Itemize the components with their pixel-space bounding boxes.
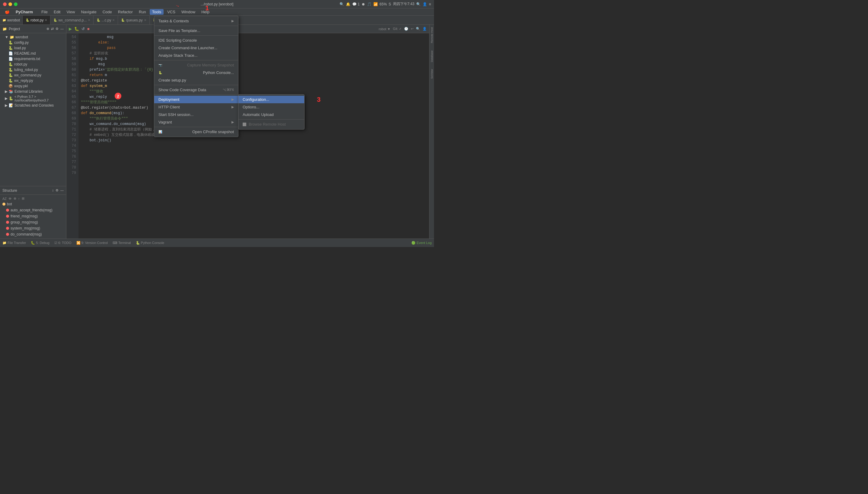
- locate-icon[interactable]: ⊕: [46, 27, 49, 31]
- expand-arrow-icon: ▶: [5, 96, 7, 100]
- vcs-status[interactable]: 🔀 9: Version Control: [76, 241, 108, 245]
- tree-item-robot[interactable]: 🐍 robot.py: [0, 62, 66, 67]
- tree-item-ext-libs[interactable]: ▶ 📚 External Libraries: [0, 89, 66, 94]
- database-label[interactable]: Database: [430, 51, 433, 62]
- rerun-button[interactable]: ↺: [81, 26, 85, 31]
- struct-item-friend-msg[interactable]: friend_msg(msg): [0, 213, 66, 219]
- robot-config[interactable]: robot ▼: [379, 27, 391, 31]
- filter-icon[interactable]: ⊕: [14, 196, 16, 201]
- collapse-icon[interactable]: ⇄: [51, 27, 54, 31]
- tools-ide-scripting[interactable]: IDE Scripting Console: [154, 37, 238, 44]
- editor-toolbar: ▶ 🐛 ↺ ■ robot ▼ Git: ✓ 🕐 ↩ 🔍 👤: [66, 25, 429, 33]
- todo-status[interactable]: ☑ 6: TODO: [54, 241, 72, 245]
- tree-item-readme[interactable]: 📄 README.md: [0, 51, 66, 56]
- tree-item-wx-reply[interactable]: 🐍 wx_reply.py: [0, 78, 66, 83]
- menu-vcs[interactable]: VCS: [165, 9, 178, 15]
- deployment-options[interactable]: Options...: [238, 103, 304, 111]
- struct-item-auto-accept[interactable]: auto_accept_friends(msg): [0, 207, 66, 213]
- editor-area: ▶ 🐛 ↺ ■ robot ▼ Git: ✓ 🕐 ↩ 🔍 👤 545556575…: [66, 25, 429, 239]
- maximize-button[interactable]: [14, 2, 18, 6]
- debug-button[interactable]: 🐛: [74, 26, 79, 31]
- debug-status[interactable]: 🐛 5: Debug: [31, 241, 50, 245]
- menu-navigate[interactable]: Navigate: [78, 9, 99, 15]
- python-console-status[interactable]: 🐍 Python Console: [136, 241, 164, 245]
- struct-item-system-msg[interactable]: system_msg(msg): [0, 225, 66, 231]
- minimize-panel-icon[interactable]: —: [60, 27, 64, 31]
- code-content[interactable]: msg else: pass # 监听好友 if msg.b msg prefi…: [78, 33, 429, 239]
- tree-item-wx-command[interactable]: 🐍 wx_command.py: [0, 73, 66, 78]
- file-tab-robot[interactable]: 🐍 robot.py ✕: [23, 16, 51, 24]
- class-indicator: [2, 203, 5, 206]
- settings-icon[interactable]: ⚙: [56, 27, 59, 31]
- sciview-label[interactable]: SciView: [430, 69, 433, 79]
- minimize-button[interactable]: [8, 2, 12, 6]
- tools-cprofile[interactable]: 📊 Open CProfile snapshot: [154, 128, 238, 136]
- tools-code-coverage[interactable]: Show Code Coverage Data ⌥⌘F6: [154, 86, 238, 94]
- txt-file-icon: 📄: [8, 57, 13, 61]
- public-icon[interactable]: 👁: [8, 197, 12, 201]
- tree-item-scratches[interactable]: ▶ 📝 Scratches and Consoles: [0, 103, 66, 108]
- apple-menu[interactable]: 🍎: [2, 9, 12, 15]
- tools-deployment[interactable]: Deployment ▶: [154, 96, 238, 103]
- tools-ssh-session[interactable]: Start SSH session...: [154, 111, 238, 118]
- menu-code[interactable]: Code: [100, 9, 114, 15]
- file-transfer-status[interactable]: 📁 File Transfer: [2, 241, 26, 245]
- md-file-icon: 📄: [8, 51, 13, 56]
- tree-item-tuling[interactable]: 🐍 tuling_robot.py: [0, 67, 66, 73]
- tools-vagrant[interactable]: Vagrant ▶: [154, 118, 238, 126]
- tools-http-client[interactable]: HTTP Client ▶: [154, 103, 238, 111]
- tools-save-template[interactable]: Save File as Template...: [154, 27, 238, 34]
- tools-python-console[interactable]: 🐍 Python Console...: [154, 69, 238, 76]
- run-button[interactable]: ▶: [69, 26, 72, 31]
- tree-item-python[interactable]: ▶ 🐍 < Python 3.7 > /usr/local/bin/python…: [0, 94, 66, 103]
- file-tab-queues[interactable]: 🐍 queues.py ✕: [118, 16, 150, 24]
- menu-help[interactable]: Help: [199, 9, 212, 15]
- menu-window[interactable]: Window: [179, 9, 198, 15]
- sort-alpha-icon[interactable]: AZ: [2, 197, 7, 201]
- file-tab-wx-command[interactable]: 🐍 wx_command.p... ✕: [51, 16, 94, 24]
- tree-item-config[interactable]: 🐍 config.py: [0, 40, 66, 45]
- separator-2: [154, 35, 238, 36]
- struct-item-bot[interactable]: bot: [0, 201, 66, 207]
- deployment-auto-upload[interactable]: Automatic Upload: [238, 111, 304, 118]
- stop-button[interactable]: ■: [87, 26, 90, 31]
- menu-edit[interactable]: Edit: [51, 9, 63, 15]
- close-button[interactable]: [3, 2, 7, 6]
- python-file-icon: 🐍: [8, 40, 13, 45]
- menu-file[interactable]: File: [39, 9, 50, 15]
- folder-icon: 📁: [9, 35, 14, 39]
- fields-icon[interactable]: ⊞: [22, 196, 24, 201]
- struct-item-group-msg[interactable]: group_msg(msg): [0, 219, 66, 225]
- account-icon[interactable]: 👤: [422, 27, 427, 31]
- menu-view[interactable]: View: [64, 9, 77, 15]
- project-panel-header: 📁 Project ⊕ ⇄ ⚙ —: [0, 25, 66, 33]
- tools-analyze-stack[interactable]: Analyze Stack Trace...: [154, 52, 238, 59]
- struct-item-do-command[interactable]: do_command(msg): [0, 231, 66, 238]
- sort-icon[interactable]: ↕: [52, 188, 54, 192]
- minimize-icon[interactable]: —: [60, 188, 64, 192]
- tree-item-wxrobot[interactable]: ▼ 📁 wxrobot: [0, 34, 66, 40]
- deployment-configuration[interactable]: Configuration...: [238, 96, 304, 103]
- inherited-icon[interactable]: ↑: [18, 197, 20, 201]
- tools-cmdline-launcher[interactable]: Create Command-line Launcher...: [154, 44, 238, 52]
- tree-item-load[interactable]: 🐍 load.py: [0, 45, 66, 51]
- profile-icon: 📊: [158, 130, 162, 133]
- file-tab-c[interactable]: 🐍 ...c.py ✕: [94, 16, 118, 24]
- history-icon[interactable]: 🕐: [404, 27, 408, 31]
- tools-create-setup[interactable]: Create setup.py: [154, 76, 238, 84]
- terminal-status[interactable]: ⌨ Terminal: [113, 241, 131, 245]
- settings-icon[interactable]: ⚙: [56, 188, 59, 192]
- project-tab[interactable]: 📁 wxrobot: [0, 16, 23, 24]
- menu-tools[interactable]: Tools: [150, 9, 163, 15]
- remote-host-label[interactable]: Remote Host: [430, 27, 433, 43]
- menu-run[interactable]: Run: [136, 9, 149, 15]
- tools-tasks-contexts[interactable]: Tasks & Contexts ▶: [154, 17, 238, 25]
- app-name[interactable]: PyCharm: [13, 9, 35, 15]
- project-tree: ▼ 📁 wxrobot 🐍 config.py 🐍 load.py 📄 READ…: [0, 33, 66, 186]
- tree-item-wxpy[interactable]: 📦 wxpy.pkl: [0, 83, 66, 89]
- event-log[interactable]: 🟢 Event Log: [411, 241, 432, 245]
- tree-item-requirements[interactable]: 📄 requirements.txt: [0, 56, 66, 62]
- menu-refactor[interactable]: Refactor: [116, 9, 135, 15]
- revert-icon[interactable]: ↩: [411, 27, 413, 31]
- search-icon[interactable]: 🔍: [416, 27, 420, 31]
